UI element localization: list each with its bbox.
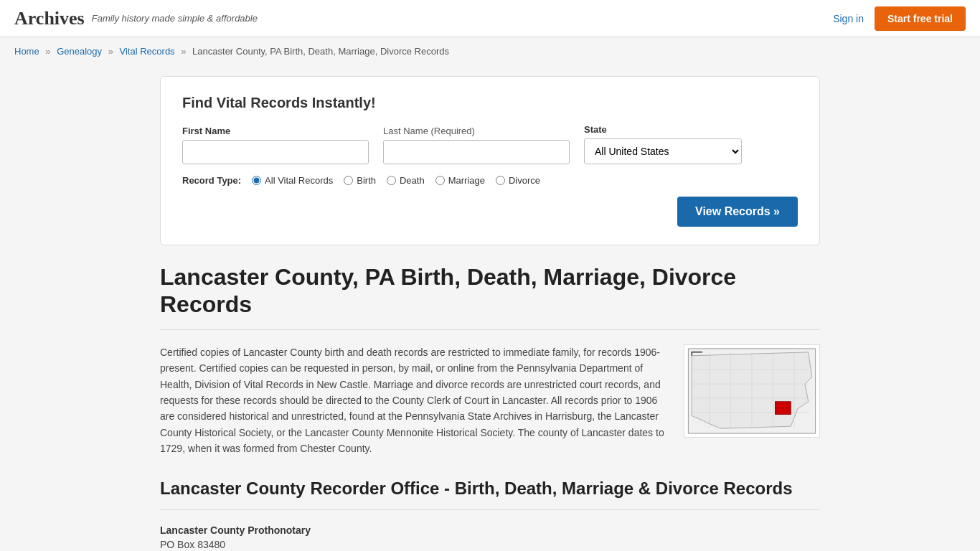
- breadcrumb-genealogy[interactable]: Genealogy: [57, 46, 102, 57]
- radio-death[interactable]: [387, 176, 396, 185]
- record-type-row: Record Type: All Vital RecordsBirthDeath…: [182, 175, 798, 186]
- logo-tagline: Family history made simple & affordable: [92, 13, 258, 24]
- last-name-label: Last Name (Required): [383, 126, 570, 136]
- search-box: Find Vital Records Instantly! First Name…: [160, 76, 820, 245]
- start-trial-button[interactable]: Start free trial: [875, 6, 966, 31]
- radio-divorce[interactable]: [496, 176, 505, 185]
- page-description: Certified copies of Lancaster County bir…: [160, 344, 669, 457]
- breadcrumb-home[interactable]: Home: [14, 46, 39, 57]
- first-name-label: First Name: [182, 126, 369, 136]
- radio-label-divorce: Divorce: [509, 175, 540, 186]
- state-select[interactable]: All United StatesAlabamaAlaskaArizonaArk…: [584, 138, 742, 164]
- search-fields: First Name Last Name (Required) State Al…: [182, 124, 798, 164]
- search-btn-row: View Records »: [182, 197, 798, 227]
- first-name-group: First Name: [182, 126, 369, 164]
- recorder-heading: Lancaster County Recorder Office - Birth…: [160, 479, 820, 499]
- last-name-input[interactable]: [383, 140, 570, 164]
- pa-map: [684, 344, 820, 438]
- radio-group: All Vital RecordsBirthDeathMarriageDivor…: [252, 175, 540, 186]
- breadcrumb: Home » Genealogy » Vital Records » Lanca…: [0, 37, 980, 65]
- record-type-label: Record Type:: [182, 175, 241, 186]
- radio-birth[interactable]: [344, 176, 353, 185]
- office-address: PO Box 83480 Lancaster, PA 17608-3480 Ho…: [160, 536, 820, 551]
- main-content: Find Vital Records Instantly! First Name…: [146, 65, 834, 551]
- office-name: Lancaster County Prothonotary: [160, 524, 820, 536]
- office-info: Lancaster County Prothonotary PO Box 834…: [160, 524, 820, 551]
- heading-divider: [160, 329, 820, 330]
- breadcrumb-vital-records[interactable]: Vital Records: [120, 46, 175, 57]
- content-with-map: Certified copies of Lancaster County bir…: [160, 344, 820, 457]
- radio-label-birth: Birth: [357, 175, 376, 186]
- site-logo: Archives: [14, 8, 85, 29]
- radio-label-death: Death: [400, 175, 425, 186]
- address-line1: PO Box 83480: [160, 536, 820, 551]
- recorder-divider: [160, 509, 820, 510]
- header-logo-area: Archives Family history made simple & af…: [14, 8, 258, 29]
- breadcrumb-sep-1: »: [45, 46, 50, 57]
- state-label: State: [584, 124, 742, 135]
- radio-item-death[interactable]: Death: [387, 175, 425, 186]
- state-group: State All United StatesAlabamaAlaskaAriz…: [584, 124, 742, 164]
- first-name-input[interactable]: [182, 140, 369, 164]
- map-container: [684, 344, 820, 457]
- breadcrumb-sep-2: »: [108, 46, 113, 57]
- site-header: Archives Family history made simple & af…: [0, 0, 980, 37]
- header-actions: Sign in Start free trial: [833, 6, 966, 31]
- page-main-heading: Lancaster County, PA Birth, Death, Marri…: [160, 263, 820, 319]
- radio-item-marriage[interactable]: Marriage: [435, 175, 485, 186]
- sign-in-link[interactable]: Sign in: [833, 13, 864, 24]
- view-records-button[interactable]: View Records »: [677, 197, 798, 227]
- svg-rect-10: [775, 402, 791, 415]
- last-name-group: Last Name (Required): [383, 126, 570, 164]
- radio-label-all: All Vital Records: [265, 175, 333, 186]
- radio-label-marriage: Marriage: [448, 175, 485, 186]
- search-title: Find Vital Records Instantly!: [182, 95, 798, 111]
- breadcrumb-sep-3: »: [181, 46, 186, 57]
- radio-all[interactable]: [252, 176, 261, 185]
- radio-item-divorce[interactable]: Divorce: [496, 175, 540, 186]
- radio-marriage[interactable]: [435, 176, 445, 185]
- radio-item-birth[interactable]: Birth: [344, 175, 376, 186]
- breadcrumb-current: Lancaster County, PA Birth, Death, Marri…: [192, 46, 449, 57]
- radio-item-all[interactable]: All Vital Records: [252, 175, 333, 186]
